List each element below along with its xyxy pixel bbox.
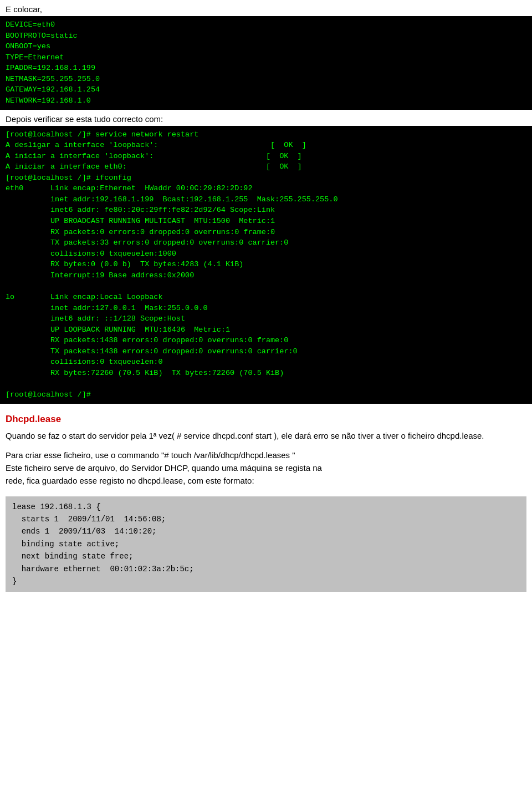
terminal-line-18: UP LOOPBACK RUNNING MTU:16436 Metric:1 xyxy=(6,326,230,334)
terminal-line-0: [root@localhost /]# service network rest… xyxy=(6,130,198,139)
terminal-line-10: TX packets:33 errors:0 dropped:0 overrun… xyxy=(6,238,288,247)
terminal-line-6: inet addr:192.168.1.199 Bcast:192.168.1.… xyxy=(6,195,338,204)
config-line-3: ONBOOT=yes xyxy=(6,42,50,50)
config-line-2: BOOTPROTO=static xyxy=(6,32,78,40)
terminal-line-17: inet6 addr: ::1/128 Scope:Host xyxy=(6,314,185,323)
terminal-line-15: lo Link encap:Local Loopback xyxy=(6,293,172,301)
terminal-line-20: TX packets:1438 errors:0 dropped:0 overr… xyxy=(6,347,298,356)
between-text: Depois verificar se esta tudo correcto c… xyxy=(0,110,532,126)
section-heading: Dhcpd.lease xyxy=(0,404,532,427)
terminal-line-19: RX packets:1438 errors:0 dropped:0 overr… xyxy=(6,336,288,344)
terminal-line-4: [root@localhost /]# ifconfig xyxy=(6,174,131,182)
section-para2: Para criar esse ficheiro, use o commando… xyxy=(0,446,532,492)
terminal-line-1: A desligar a interface 'loopback': [ OK … xyxy=(6,141,306,149)
terminal-line-8: UP BROADCAST RUNNING MULTICAST MTU:1500 … xyxy=(6,217,275,225)
config-block: DEVICE=eth0 BOOTPROTO=static ONBOOT=yes … xyxy=(0,16,532,110)
terminal-line-2: A iniciar a interface 'loopback': [ OK ] xyxy=(6,152,302,160)
terminal-line-22: RX bytes:72260 (70.5 KiB) TX bytes:72260… xyxy=(6,369,284,377)
terminal-line-16: inet addr:127.0.0.1 Mask:255.0.0.0 xyxy=(6,304,208,312)
config-line-4: TYPE=Ethernet xyxy=(6,53,64,62)
config-line-5: IPADDR=192.168.1.199 xyxy=(6,64,95,72)
config-line-1: DEVICE=eth0 xyxy=(6,21,55,29)
intro-label: E colocar, xyxy=(0,0,532,16)
config-line-6: NETMASK=255.255.255.0 xyxy=(6,75,100,83)
terminal-line-21: collisions:0 txqueuelen:0 xyxy=(6,358,167,366)
terminal-line-13: Interrupt:19 Base address:0x2000 xyxy=(6,271,198,280)
terminal-line-11: collisions:0 txqueuelen:1000 xyxy=(6,250,181,258)
terminal-line-9: RX packets:0 errors:0 dropped:0 overruns… xyxy=(6,228,275,236)
terminal-output: [root@localhost /]# service network rest… xyxy=(0,126,532,404)
code-block-lease: lease 192.168.1.3 { starts 1 2009/11/01 … xyxy=(6,496,526,592)
terminal-line-24: [root@localhost /]# xyxy=(6,390,91,399)
terminal-line-7: inet6 addr: fe80::20c:29ff:fe82:2d92/64 … xyxy=(6,206,275,214)
config-line-8: NETWORK=192.168.1.0 xyxy=(6,97,91,105)
terminal-line-5: eth0 Link encap:Ethernet HWaddr 00:0C:29… xyxy=(6,184,262,192)
config-line-7: GATEWAY=192.168.1.254 xyxy=(6,85,100,94)
terminal-line-12: RX bytes:0 (0.0 b) TX bytes:4283 (4.1 Ki… xyxy=(6,260,243,268)
section-para1: Quando se faz o start do servidor pela 1… xyxy=(0,427,532,446)
terminal-line-3: A iniciar a interface eth0: [ OK ] xyxy=(6,163,302,171)
